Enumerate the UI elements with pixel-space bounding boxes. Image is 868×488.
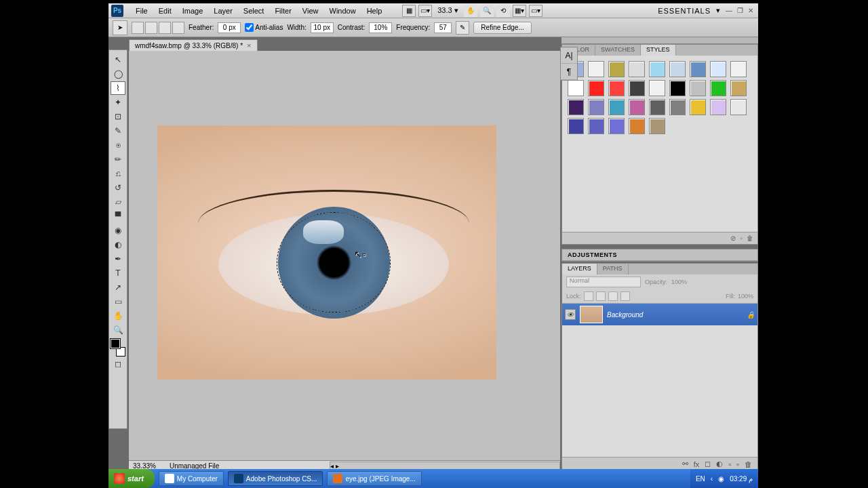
- layer-style-icon[interactable]: fx: [694, 460, 700, 468]
- maximize-button[interactable]: ❐: [735, 6, 745, 16]
- menu-help[interactable]: Help: [361, 5, 388, 17]
- style-swatch[interactable]: [649, 80, 665, 96]
- selection-add-icon[interactable]: [145, 22, 157, 34]
- clone-stamp-tool[interactable]: ⎌: [111, 167, 125, 180]
- feather-input[interactable]: [218, 22, 241, 33]
- frequency-input[interactable]: [434, 22, 452, 33]
- type-tool[interactable]: T: [111, 266, 125, 280]
- zoom-level[interactable]: 33.3 ▾: [433, 6, 462, 15]
- launch-bridge-icon[interactable]: ▦: [402, 5, 416, 17]
- style-swatch[interactable]: [669, 99, 686, 115]
- style-swatch[interactable]: [588, 80, 604, 96]
- style-swatch[interactable]: [690, 99, 706, 115]
- lock-position-icon[interactable]: [608, 291, 618, 301]
- contrast-input[interactable]: [369, 22, 392, 33]
- zoom-tool[interactable]: 🔍: [111, 323, 125, 337]
- tab-styles[interactable]: STYLES: [641, 45, 676, 56]
- lock-all-icon[interactable]: [620, 291, 630, 301]
- arrange-docs-icon[interactable]: ▦▾: [513, 5, 526, 17]
- background-color-swatch[interactable]: [116, 347, 125, 357]
- dock-collapse-handle[interactable]: [561, 37, 758, 44]
- style-swatch[interactable]: [649, 118, 665, 134]
- menu-filter[interactable]: Filter: [269, 5, 296, 17]
- style-swatch[interactable]: [710, 80, 726, 96]
- layer-row-background[interactable]: 👁 Background 🔒: [562, 304, 757, 325]
- style-swatch[interactable]: [710, 61, 726, 77]
- blend-mode-select[interactable]: Normal: [566, 277, 641, 287]
- fill-value[interactable]: 100%: [738, 293, 753, 300]
- width-input[interactable]: [311, 22, 334, 33]
- layer-visibility-icon[interactable]: 👁: [565, 309, 576, 320]
- magic-wand-tool[interactable]: ✦: [111, 96, 125, 109]
- style-swatch[interactable]: [568, 99, 584, 115]
- layer-mask-icon[interactable]: ◻: [705, 460, 711, 468]
- menu-view[interactable]: View: [297, 5, 324, 17]
- eyedropper-tool[interactable]: ✎: [111, 124, 125, 138]
- hand-tool[interactable]: ✋: [111, 309, 125, 323]
- start-button[interactable]: start: [108, 469, 155, 488]
- rotate-view-icon[interactable]: ⟲: [496, 5, 510, 17]
- adjustment-layer-icon[interactable]: ◐: [716, 460, 723, 468]
- workspace-switcher[interactable]: ESSENTIALS: [652, 7, 716, 15]
- menu-edit[interactable]: Edit: [153, 5, 177, 17]
- style-swatch[interactable]: [629, 61, 645, 77]
- move-tool[interactable]: ↖: [111, 53, 125, 66]
- new-style-icon[interactable]: ▫: [740, 235, 743, 242]
- selection-new-icon[interactable]: [132, 22, 144, 34]
- style-swatch[interactable]: [690, 61, 706, 77]
- clock[interactable]: 03:29 م: [730, 475, 753, 483]
- eraser-tool[interactable]: ▱: [111, 195, 125, 209]
- foreground-color-swatch[interactable]: [111, 339, 120, 348]
- menu-layer[interactable]: Layer: [208, 5, 238, 17]
- layer-thumbnail[interactable]: [580, 306, 603, 323]
- style-swatch[interactable]: [629, 118, 645, 134]
- style-swatch[interactable]: [730, 61, 747, 77]
- document-tab[interactable]: wmdf4saw.bmp @ 33.3% (RGB/8) * ×: [129, 39, 258, 51]
- delete-style-icon[interactable]: 🗑: [747, 235, 753, 242]
- style-swatch[interactable]: [649, 61, 665, 77]
- delete-layer-icon[interactable]: 🗑: [745, 460, 752, 468]
- style-swatch[interactable]: [568, 80, 584, 96]
- close-button[interactable]: ✕: [746, 6, 755, 16]
- tray-icon[interactable]: ‹: [711, 475, 713, 483]
- lock-transparent-icon[interactable]: [584, 291, 593, 301]
- style-swatch[interactable]: [690, 80, 706, 96]
- menu-file[interactable]: File: [130, 5, 153, 17]
- menu-window[interactable]: Window: [324, 5, 361, 17]
- color-swatches[interactable]: [111, 339, 125, 357]
- lock-image-icon[interactable]: [596, 291, 606, 301]
- selection-intersect-icon[interactable]: [172, 22, 184, 34]
- brush-tool[interactable]: ✏: [111, 152, 125, 166]
- canvas-area[interactable]: ↖▫: [129, 51, 560, 460]
- style-swatch[interactable]: [608, 80, 625, 96]
- tab-close-icon[interactable]: ×: [247, 41, 251, 49]
- refine-edge-button[interactable]: Refine Edge...: [473, 22, 531, 34]
- taskbar-item-photoshop[interactable]: Adobe Photoshop CS...: [228, 471, 323, 486]
- current-tool-icon[interactable]: ➤: [113, 20, 127, 35]
- language-indicator[interactable]: EN: [696, 475, 705, 483]
- tab-swatches[interactable]: SWATCHES: [595, 45, 641, 56]
- style-swatch[interactable]: [730, 99, 747, 115]
- blur-tool[interactable]: ◉: [111, 224, 125, 237]
- shape-tool[interactable]: ▭: [111, 295, 125, 308]
- style-swatch[interactable]: [649, 99, 665, 115]
- zoom-tool-icon[interactable]: 🔍: [480, 5, 494, 17]
- document-canvas[interactable]: ↖▫: [157, 125, 496, 380]
- adjustments-tab[interactable]: ADJUSTMENTS: [562, 249, 757, 261]
- gradient-tool[interactable]: ▀: [111, 209, 125, 223]
- style-swatch[interactable]: [588, 99, 604, 115]
- style-swatch[interactable]: [669, 80, 686, 96]
- paragraph-panel-icon[interactable]: ¶: [561, 64, 577, 80]
- quick-mask-tool[interactable]: ◻: [111, 357, 125, 371]
- style-swatch[interactable]: [608, 61, 625, 77]
- style-swatch[interactable]: [588, 118, 604, 134]
- path-selection-tool[interactable]: ↗: [111, 281, 125, 294]
- style-swatch[interactable]: [588, 61, 604, 77]
- hand-tool-icon[interactable]: ✋: [464, 5, 477, 17]
- style-swatch[interactable]: [608, 99, 625, 115]
- style-swatch[interactable]: [608, 118, 625, 134]
- history-brush-tool[interactable]: ↺: [111, 181, 125, 195]
- style-swatch[interactable]: [730, 80, 747, 96]
- pen-pressure-icon[interactable]: ✎: [456, 21, 469, 35]
- style-swatch[interactable]: [629, 99, 645, 115]
